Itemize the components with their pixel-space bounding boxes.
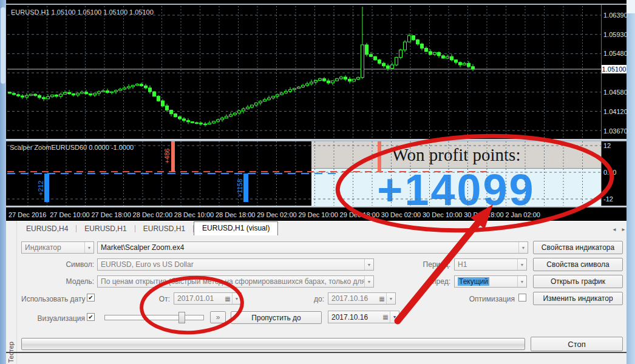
window-right-corner — [627, 0, 635, 13]
indicator-axis-label: 12 — [603, 142, 627, 149]
modify-indicator-button[interactable]: Изменить индикатор — [533, 292, 623, 305]
chevron-down-icon: ▼ — [518, 242, 528, 253]
indicator-path-dropdown[interactable]: Market\Scalper Zoom.ex4 ▼ — [97, 241, 528, 254]
use-date-label: Использовать дату — [21, 295, 86, 303]
timeline-label: 28 Dec 18:00 — [216, 211, 255, 218]
model-label: Модель: — [36, 277, 94, 286]
price-axis-label: 1.03670 — [603, 127, 627, 135]
tester-caption: Тестер — [7, 328, 16, 363]
skip-date-field[interactable]: 2017.10.16 ▦ ▼ — [328, 311, 399, 323]
chevron-down-icon: ▼ — [386, 293, 395, 304]
chevron-down-icon: ▼ — [364, 276, 373, 287]
chart-top-border — [6, 4, 627, 5]
chart-tab[interactable]: EURUSD,H1 (visual) — [194, 221, 278, 235]
tester-divider — [6, 352, 627, 353]
timeline-label: 28 Dec 10:00 — [174, 211, 214, 218]
optimization-checkbox[interactable] — [518, 294, 526, 302]
visualization-speed-slider[interactable] — [104, 315, 204, 320]
date-from-value: 2017.01.01 — [174, 293, 223, 304]
test-progress-bar — [21, 338, 525, 350]
date-to-label: до: — [307, 295, 324, 303]
chart-tab[interactable]: EURUSD,H1 — [135, 223, 193, 235]
mt4-terminal-window: EURUSD,H1 1.05100 1.05100 1.05100 1.0510… — [0, 0, 635, 364]
price-axis-label: 1.05480 — [603, 50, 627, 57]
chevron-down-icon: ▼ — [232, 293, 241, 304]
symbol-dropdown[interactable]: EURUSD, Euro vs US Dollar ▼ — [97, 258, 374, 271]
checkmark-icon: ✔ — [88, 314, 93, 320]
indicator-path-value: Market\Scalper Zoom.ex4 — [98, 242, 518, 253]
stop-button[interactable]: Стоп — [531, 337, 623, 351]
chevron-down-icon: ▼ — [517, 276, 526, 287]
chevron-down-icon: ▼ — [364, 259, 373, 270]
tab-scroll-controls: ◄ ► — [612, 227, 626, 232]
price-axis-label: 1.04580 — [603, 89, 627, 96]
indicator-bar-value: +212 — [37, 181, 44, 196]
spread-label: Спред: — [404, 277, 450, 286]
period-value: H1 — [455, 259, 517, 270]
indicator-type-dropdown[interactable]: Индикатор ▼ — [21, 241, 94, 254]
model-dropdown[interactable]: По ценам открытия (быстрый метод на сфор… — [97, 275, 374, 288]
skip-date-value: 2017.10.16 — [328, 312, 381, 323]
optimization-label: Оптимизация — [459, 295, 515, 303]
symbol-value: EURUSD, Euro vs US Dollar — [98, 259, 364, 270]
spread-value: Текущий — [458, 277, 489, 286]
price-axis-label: 1.05930 — [603, 31, 627, 38]
date-to-field[interactable]: 2017.10.16 ▦ ▼ — [328, 292, 396, 305]
price-axis-label: 1.06390 — [603, 12, 627, 19]
fast-forward-button[interactable]: » — [210, 311, 226, 323]
checkmark-icon: ✔ — [88, 294, 93, 301]
indicator-type-value: Индикатор — [22, 242, 84, 253]
visualization-label: Визуализация — [24, 314, 85, 323]
chevron-down-icon: ▼ — [84, 242, 93, 253]
current-price-box: 1.05100 — [602, 65, 627, 73]
open-chart-button[interactable]: Открыть график — [533, 275, 623, 288]
tabs-scroll-left-icon[interactable]: ◄ — [612, 227, 617, 232]
timeline-label: 27 Dec 10:00 — [50, 211, 89, 218]
tabs-scroll-right-icon[interactable]: ► — [621, 227, 626, 232]
date-to-value: 2017.10.16 — [328, 293, 378, 304]
window-right-border — [627, 0, 635, 364]
period-label: Период: — [404, 260, 450, 269]
date-from-field[interactable]: 2017.01.01 ▦ ▼ — [174, 292, 242, 305]
price-axis-separator — [601, 5, 602, 206]
symbol-label: Символ: — [36, 260, 94, 269]
indicator-title: Scalper ZoomEURUSD60 0.0000 -1.0000 — [10, 144, 134, 151]
period-dropdown[interactable]: H1 ▼ — [454, 258, 527, 271]
timeline-label: 29 Dec 18:00 — [340, 211, 379, 218]
slider-thumb[interactable] — [178, 312, 185, 323]
skip-to-button[interactable]: Пропустить до — [231, 311, 322, 324]
chart-tab[interactable]: EURUSD,H1 — [76, 223, 134, 235]
date-from-label: От: — [153, 295, 170, 303]
symbol-properties-button[interactable]: Свойства символа — [533, 258, 623, 271]
fast-forward-icon: » — [216, 313, 220, 322]
candlestick-chart — [7, 6, 601, 139]
timeline-label: 28 Dec 02:00 — [133, 211, 172, 218]
calendar-icon: ▦ — [378, 293, 386, 304]
calendar-icon: ▦ — [381, 311, 390, 323]
indicator-axis-label: -12 — [603, 195, 627, 203]
indicator-properties-button[interactable]: Свойства индикатора — [533, 241, 623, 254]
timeline-label: 27 Dec 2016 — [8, 211, 46, 218]
visualization-checkbox[interactable]: ✔ — [87, 313, 95, 321]
timeline-label: 29 Dec 10:00 — [298, 211, 338, 218]
chevron-down-icon: ▼ — [517, 259, 526, 270]
use-date-checkbox[interactable]: ✔ — [87, 294, 95, 302]
indicator-bar-value: +486 — [163, 149, 171, 164]
price-axis-label: 1.04120 — [603, 108, 627, 115]
chevron-down-icon: ▼ — [390, 311, 399, 323]
calendar-icon: ▦ — [223, 293, 232, 304]
spread-dropdown[interactable]: Текущий ▼ — [454, 275, 527, 288]
indicator-bar-value: +1158 — [236, 179, 243, 197]
left-scrollbar-thumb[interactable] — [1, 7, 5, 84]
model-value: По ценам открытия (быстрый метод на сфор… — [98, 276, 364, 287]
timeline-label: 27 Dec 18:00 — [91, 211, 131, 218]
chart-tab[interactable]: EURUSD,H4 — [18, 223, 76, 235]
indicator-axis-label: 0.00 — [603, 169, 627, 176]
timeline-label: 29 Dec 02:00 — [257, 211, 296, 218]
chart-tabs-bar: EURUSD,H4EURUSD,H1EURUSD,H1EURUSD,H1 (vi… — [18, 222, 613, 235]
